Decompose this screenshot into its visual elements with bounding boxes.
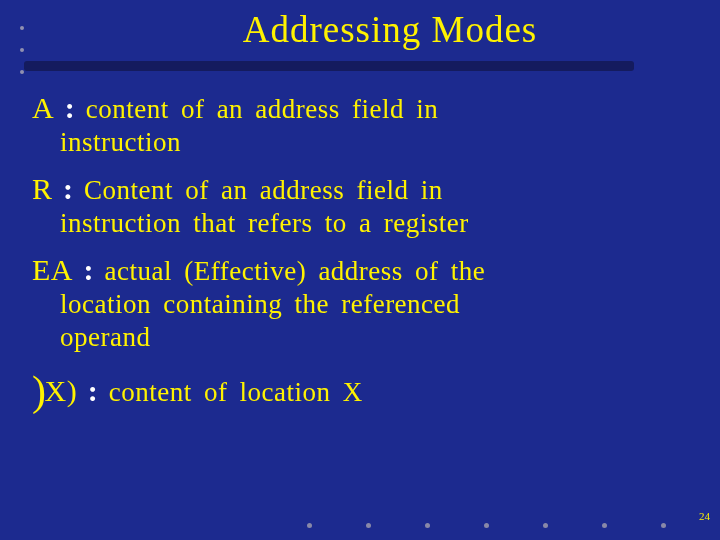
slide-content: A : content of an address field in instr…	[0, 51, 720, 415]
term-label: X)	[45, 374, 78, 407]
definition-text: actual (Effective) address of the	[105, 256, 486, 286]
definition-item: )X) : content of location X	[32, 367, 690, 415]
definition-text-cont: instruction that refers to a register	[32, 208, 690, 239]
title-underline	[24, 61, 634, 71]
definition-item: EA : actual (Effective) address of the l…	[32, 253, 690, 353]
colon: :	[88, 374, 99, 407]
term-label: R	[32, 172, 53, 205]
definition-text: content of an address field in	[86, 94, 439, 124]
colon: :	[65, 91, 76, 124]
definition-text: content of location X	[109, 377, 363, 407]
slide-title: Addressing Modes	[0, 0, 720, 51]
term-label: EA	[32, 253, 73, 286]
colon: :	[84, 253, 95, 286]
definition-text-cont: instruction	[32, 127, 690, 158]
decorative-dots-bottom	[280, 523, 693, 528]
definition-text-cont: location containing the referenced	[32, 289, 690, 320]
page-number: 24	[699, 510, 710, 522]
definition-item: A : content of an address field in instr…	[32, 91, 690, 158]
term-label: A	[32, 91, 54, 124]
definition-item: R : Content of an address field in instr…	[32, 172, 690, 239]
colon: :	[63, 172, 74, 205]
definition-text-cont: operand	[32, 322, 690, 353]
decorative-dots-left	[20, 8, 24, 92]
definition-text: Content of an address field in	[84, 175, 443, 205]
